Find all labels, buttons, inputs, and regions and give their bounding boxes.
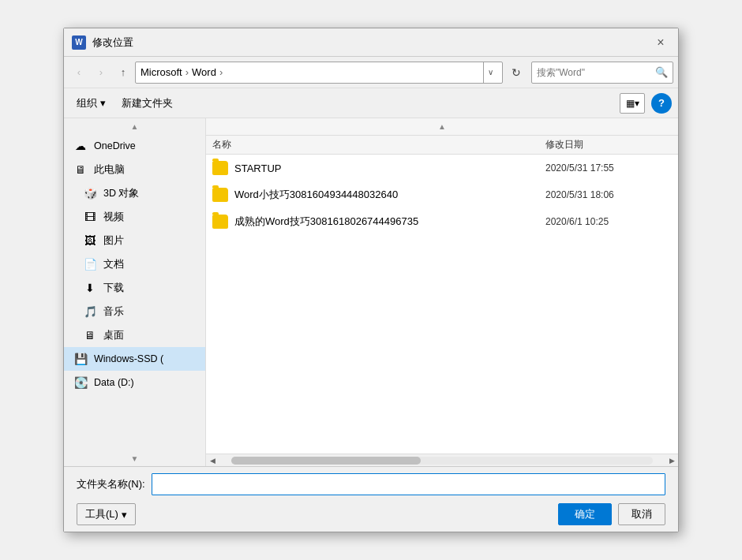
sidebar-item-downloads[interactable]: ⬇ 下载 [64,276,205,300]
breadcrumb-sep-1: › [219,66,223,78]
sidebar-item-label: 音乐 [103,305,124,319]
file-item-word-tips[interactable]: Word小技巧3081604934448032640 2020/5/31 18:… [206,181,678,208]
folder-icon [212,161,228,175]
column-headers: 名称 修改日期 [206,136,678,155]
address-bar-row: ‹ › ↑ Microsoft › Word › ∨ ↻ 🔍 [64,57,678,88]
view-button[interactable]: ▦ ▾ [620,93,645,114]
file-date: 2020/6/1 10:25 [545,216,672,227]
pane-collapse-button[interactable]: ▲ [206,118,678,136]
pictures-icon: 🖼 [83,233,97,248]
3d-objects-icon: 🎲 [83,186,97,200]
refresh-button[interactable]: ↻ [506,62,527,83]
sidebar-scroll: ☁ OneDrive 🖥 此电脑 🎲 3D 对象 🎞 视频 🖼 图片 [64,134,205,450]
breadcrumb-item-1: Word [192,66,216,78]
search-icon: 🔍 [655,66,668,78]
folder-icon [212,188,228,202]
breadcrumb: Microsoft › Word › [141,66,483,78]
breadcrumb-item-0: Microsoft [141,66,182,78]
search-input[interactable] [537,67,655,78]
view-icon: ▦ [626,98,635,109]
sidebar-item-label: 下载 [103,282,124,295]
sidebar-item-this-pc[interactable]: 🖥 此电脑 [64,158,205,181]
file-name: 成熟的Word技巧3081618026744496735 [234,215,539,229]
sidebar-scroll-up[interactable]: ▲ [64,118,205,134]
address-field[interactable]: Microsoft › Word › ∨ [135,62,503,84]
sidebar-item-pictures[interactable]: 🖼 图片 [64,229,205,252]
toolbar: 组织 ▾ 新建文件夹 ▦ ▾ ? [64,88,678,118]
onedrive-icon: ☁ [73,139,88,153]
sidebar-item-label: 文档 [103,258,124,271]
sidebar-item-videos[interactable]: 🎞 视频 [64,205,205,229]
buttons-row: 工具(L) ▾ 确定 取消 [77,503,665,525]
sidebar-item-label: 图片 [103,234,124,248]
help-button[interactable]: ? [651,93,672,114]
col-name-header[interactable]: 名称 [212,138,545,151]
forward-button[interactable]: › [91,62,111,83]
file-pane: ▲ 名称 修改日期 STARTUP 2020/5/31 17:55 Word小技… [206,118,678,466]
col-date-header[interactable]: 修改日期 [545,138,672,151]
sidebar-item-data-d[interactable]: 💽 Data (D:) [64,371,205,394]
scrollbar-thumb[interactable] [231,457,421,465]
file-name: STARTUP [234,162,539,174]
organize-button[interactable]: 组织 ▾ [70,93,112,114]
sidebar-item-3d-objects[interactable]: 🎲 3D 对象 [64,181,205,205]
scrollbar-track[interactable] [231,457,653,465]
downloads-icon: ⬇ [83,281,97,295]
file-list: STARTUP 2020/5/31 17:55 Word小技巧308160493… [206,155,678,454]
tools-label: 工具(L) [85,507,118,521]
file-item-mature-tips[interactable]: 成熟的Word技巧3081618026744496735 2020/6/1 10… [206,208,678,235]
sidebar-item-windows-ssd[interactable]: 💾 Windows-SSD ( [64,347,205,371]
file-date: 2020/5/31 18:06 [545,189,672,200]
sidebar-item-label: 此电脑 [94,163,125,177]
sidebar-item-label: Data (D:) [94,377,134,388]
tools-button[interactable]: 工具(L) ▾ [77,503,136,525]
desktop-icon: 🖥 [83,328,97,342]
sidebar-item-label: OneDrive [94,140,136,151]
breadcrumb-sep-0: › [186,66,189,78]
documents-icon: 📄 [83,257,97,271]
scroll-right-button[interactable]: ▶ [665,454,678,467]
music-icon: 🎵 [83,304,97,319]
dialog: W 修改位置 × ‹ › ↑ Microsoft › Word › ∨ ↻ 🔍 … [63,28,679,532]
folder-icon [212,215,228,229]
new-folder-button[interactable]: 新建文件夹 [115,93,179,114]
folder-name-row: 文件夹名称(N): [77,473,665,495]
sidebar-item-music[interactable]: 🎵 音乐 [64,300,205,323]
organize-label: 组织 [77,96,97,110]
scroll-left-button[interactable]: ◀ [206,454,219,467]
file-name: Word小技巧3081604934448032640 [234,188,539,202]
dialog-title: 修改位置 [92,35,650,50]
sidebar-item-label: 3D 对象 [103,187,139,200]
folder-name-input[interactable] [152,473,665,495]
folder-name-label: 文件夹名称(N): [77,477,145,491]
new-folder-label: 新建文件夹 [122,96,173,110]
collapse-arrow: ▲ [438,122,446,131]
bottom-area: 文件夹名称(N): 工具(L) ▾ 确定 取消 [64,466,678,532]
data-d-icon: 💽 [73,375,88,390]
tools-chevron: ▾ [122,509,127,521]
search-box[interactable]: 🔍 [531,62,673,84]
ok-button[interactable]: 确定 [558,503,612,525]
title-bar: W 修改位置 × [64,28,678,57]
sidebar-item-label: Windows-SSD ( [94,353,163,364]
word-app-icon: W [72,35,86,50]
address-dropdown-chevron[interactable]: ∨ [483,62,497,84]
sidebar-item-onedrive[interactable]: ☁ OneDrive [64,134,205,158]
sidebar-item-label: 视频 [103,211,124,224]
sidebar: ▲ ☁ OneDrive 🖥 此电脑 🎲 3D 对象 🎞 视频 [64,118,206,466]
file-item-startup[interactable]: STARTUP 2020/5/31 17:55 [206,155,678,181]
main-area: ▲ ☁ OneDrive 🖥 此电脑 🎲 3D 对象 🎞 视频 [64,118,678,466]
sidebar-item-documents[interactable]: 📄 文档 [64,252,205,276]
this-pc-icon: 🖥 [73,162,88,177]
organize-chevron: ▾ [100,97,106,109]
sidebar-item-desktop[interactable]: 🖥 桌面 [64,323,205,347]
horizontal-scrollbar: ◀ ▶ [206,454,678,466]
close-button[interactable]: × [650,32,672,54]
cancel-button[interactable]: 取消 [618,503,665,525]
sidebar-scroll-down[interactable]: ▼ [64,450,205,466]
back-button[interactable]: ‹ [69,62,89,83]
windows-ssd-icon: 💾 [73,352,88,366]
videos-icon: 🎞 [83,210,97,224]
file-date: 2020/5/31 17:55 [545,162,672,174]
up-button[interactable]: ↑ [113,62,133,83]
